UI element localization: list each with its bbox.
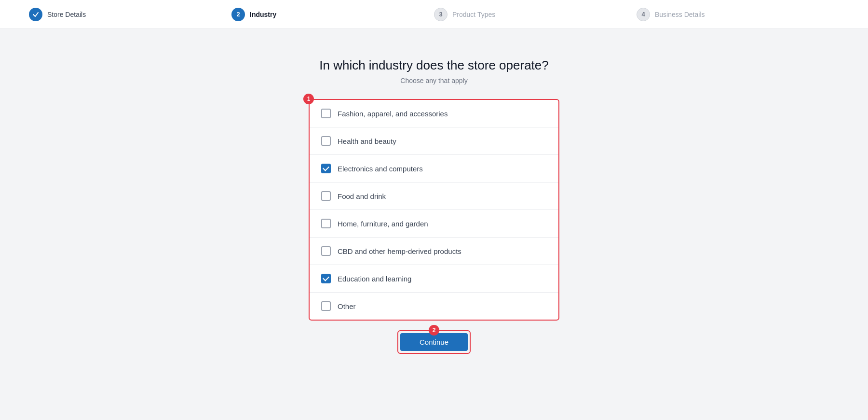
- item-label-home: Home, furniture, and garden: [338, 220, 428, 228]
- checkbox-other[interactable]: [321, 301, 331, 311]
- item-label-education: Education and learning: [338, 275, 411, 283]
- checkbox-health[interactable]: [321, 136, 331, 146]
- step-label-store-details: Store Details: [47, 11, 86, 18]
- continue-button[interactable]: Continue: [400, 333, 468, 351]
- checklist-item-education[interactable]: Education and learning: [310, 265, 558, 293]
- checklist-item-fashion[interactable]: Fashion, apparel, and accessories: [310, 100, 558, 127]
- item-label-other: Other: [338, 302, 356, 310]
- checklist-item-other[interactable]: Other: [310, 293, 558, 320]
- annotation-badge-1: 1: [303, 94, 314, 104]
- checkbox-cbd[interactable]: [321, 246, 331, 256]
- checkbox-electronics[interactable]: [321, 164, 331, 173]
- item-label-cbd: CBD and other hemp-derived products: [338, 247, 461, 255]
- continue-wrapper: 2 Continue: [397, 330, 471, 354]
- step-circle-product-types: 3: [434, 8, 448, 21]
- checkbox-home[interactable]: [321, 219, 331, 228]
- checklist-box: Fashion, apparel, and accessoriesHealth …: [309, 99, 559, 321]
- step-label-product-types: Product Types: [452, 11, 495, 18]
- checklist-item-cbd[interactable]: CBD and other hemp-derived products: [310, 238, 558, 265]
- step-label-business-details: Business Details: [655, 11, 705, 18]
- page-subtitle: Choose any that apply: [400, 77, 467, 84]
- stepper: Store Details 2 Industry 3 Product Types…: [0, 0, 868, 29]
- item-label-fashion: Fashion, apparel, and accessories: [338, 110, 448, 118]
- step-circle-industry: 2: [231, 8, 245, 21]
- checklist-item-home[interactable]: Home, furniture, and garden: [310, 210, 558, 238]
- item-label-health: Health and beauty: [338, 137, 396, 145]
- step-industry: 2 Industry: [231, 8, 434, 21]
- step-label-industry: Industry: [250, 11, 276, 18]
- step-circle-business-details: 4: [637, 8, 650, 21]
- item-label-food: Food and drink: [338, 192, 386, 200]
- item-label-electronics: Electronics and computers: [338, 165, 423, 173]
- step-product-types: 3 Product Types: [434, 8, 637, 21]
- checkbox-food[interactable]: [321, 191, 331, 201]
- main-content: In which industry does the store operate…: [0, 29, 868, 354]
- checklist-item-food[interactable]: Food and drink: [310, 182, 558, 210]
- checklist-item-electronics[interactable]: Electronics and computers: [310, 155, 558, 182]
- page-title: In which industry does the store operate…: [319, 58, 549, 73]
- step-business-details: 4 Business Details: [637, 8, 839, 21]
- checkbox-education[interactable]: [321, 274, 331, 283]
- checkbox-fashion[interactable]: [321, 109, 331, 118]
- annotation-badge-2: 2: [429, 325, 439, 336]
- step-circle-store-details: [29, 8, 42, 21]
- step-store-details: Store Details: [29, 8, 231, 21]
- checklist-item-health[interactable]: Health and beauty: [310, 127, 558, 155]
- checklist-wrapper: 1 Fashion, apparel, and accessoriesHealt…: [309, 99, 559, 321]
